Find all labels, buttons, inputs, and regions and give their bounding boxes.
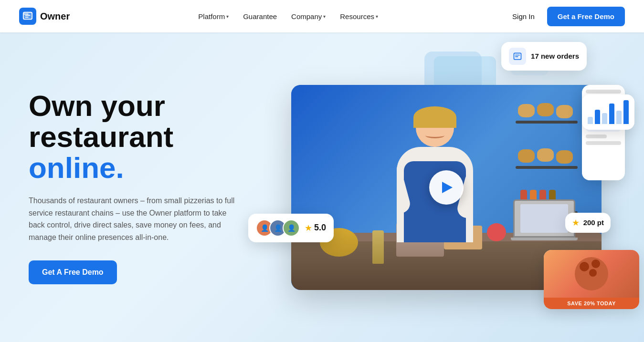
brand-logo[interactable]: Owner (19, 8, 70, 25)
hero-section: Own your restaurant online. Thousands of… (0, 32, 644, 342)
nav-links: Platform ▾ Guarantee Company ▾ Resources… (192, 9, 384, 24)
svg-point-2 (24, 13, 25, 15)
nav-platform[interactable]: Platform ▾ (192, 9, 234, 24)
nav-actions: Sign In Get a Free Demo (507, 7, 625, 26)
orders-text: 17 new orders (531, 52, 579, 60)
rating-stars: ★ 5.0 (305, 223, 326, 233)
signin-link[interactable]: Sign In (507, 9, 540, 24)
bar-3 (602, 113, 607, 124)
pizza-card: SAVE 20% TODAY (544, 250, 639, 309)
logo-icon (19, 8, 36, 25)
pizza-image (544, 250, 639, 298)
analytics-card (582, 94, 634, 130)
nav-resources[interactable]: Resources ▾ (334, 9, 384, 24)
bar-4 (609, 104, 614, 124)
star-points-icon: ★ (572, 218, 580, 228)
rating-value: 5.0 (314, 223, 326, 233)
play-icon (442, 182, 453, 193)
hero-description: Thousands of restaurant owners – from sm… (29, 195, 239, 243)
hero-accent-word: online. (29, 151, 124, 184)
avatar-3: 👤 (283, 219, 300, 237)
points-value: 200 pt (583, 218, 604, 227)
svg-point-3 (25, 13, 27, 15)
nav-demo-button[interactable]: Get a Free Demo (547, 7, 625, 26)
orders-card: 17 new orders (501, 42, 587, 71)
phone-line-3 (586, 135, 607, 138)
nav-guarantee[interactable]: Guarantee (237, 9, 283, 24)
bar-5 (616, 111, 622, 124)
phone-line-1 (586, 90, 621, 93)
chevron-down-icon: ▾ (323, 14, 326, 19)
bar-1 (588, 117, 593, 124)
bar-2 (595, 110, 600, 124)
svg-point-4 (27, 13, 29, 15)
orders-icon (509, 48, 526, 65)
avatar-group: 👤 👤 👤 (256, 219, 300, 237)
nav-company[interactable]: Company ▾ (285, 9, 331, 24)
hero-headline: Own your restaurant online. (29, 90, 258, 183)
rating-card: 👤 👤 👤 ★ 5.0 (248, 214, 334, 242)
play-button[interactable] (429, 170, 464, 205)
hero-cta-button[interactable]: Get A Free Demo (29, 260, 117, 284)
save-badge: SAVE 20% TODAY (544, 298, 639, 309)
hero-right: 17 new orders (277, 56, 615, 319)
star-icon: ★ (305, 223, 312, 233)
bar-6 (623, 100, 629, 124)
phone-line-4 (586, 141, 621, 145)
brand-name: Owner (40, 11, 70, 22)
chevron-down-icon: ▾ (226, 14, 229, 19)
hero-left: Own your restaurant online. Thousands of… (29, 90, 258, 285)
navbar: Owner Platform ▾ Guarantee Company ▾ Res… (0, 0, 644, 32)
chevron-down-icon: ▾ (376, 14, 378, 19)
points-card: ★ 200 pt (565, 213, 611, 233)
bar-chart (588, 100, 629, 124)
